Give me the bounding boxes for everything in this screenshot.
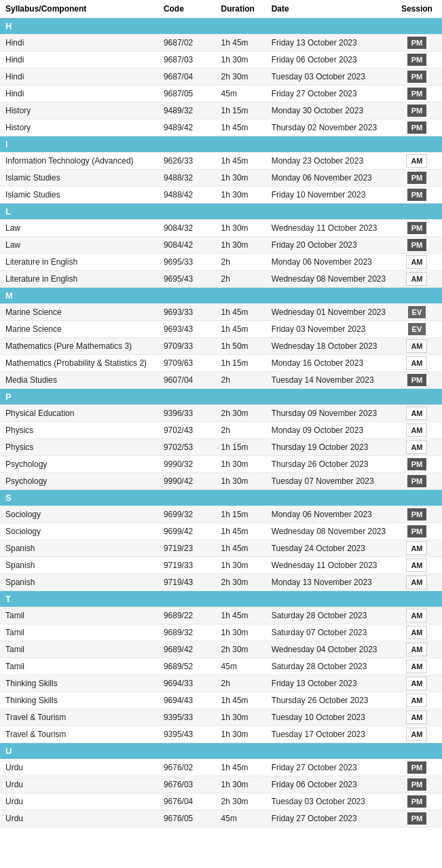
table-row: Urdu9676/031h 30mFriday 06 October 2023P…	[0, 776, 442, 793]
cell-session: AM	[392, 658, 442, 675]
cell-syllabus: Mathematics (Probability & Statistics 2)	[0, 355, 158, 372]
table-row: Literature in English9695/332hMonday 06 …	[0, 254, 442, 271]
cell-duration: 2h	[216, 372, 266, 389]
cell-session: AM	[392, 422, 442, 439]
cell-session: AM	[392, 540, 442, 557]
cell-date: Monday 13 November 2023	[266, 574, 392, 591]
cell-syllabus: Hindi	[0, 86, 158, 102]
session-badge: AM	[406, 272, 427, 286]
cell-code: 9395/43	[158, 726, 216, 743]
session-badge: AM	[406, 440, 427, 454]
cell-syllabus: Tamil	[0, 624, 158, 641]
cell-date: Friday 10 November 2023	[266, 187, 392, 204]
table-row: Hindi9687/0545mFriday 27 October 2023PM	[0, 86, 442, 102]
cell-duration: 1h 15m	[216, 439, 266, 456]
cell-code: 9488/42	[158, 187, 216, 204]
table-row: Hindi9687/042h 30mTuesday 03 October 202…	[0, 69, 442, 86]
table-row: Islamic Studies9488/321h 30mMonday 06 No…	[0, 170, 442, 187]
session-badge: AM	[406, 356, 427, 370]
table-row: Marine Science9693/431h 45mFriday 03 Nov…	[0, 321, 442, 338]
cell-code: 9689/52	[158, 658, 216, 675]
cell-duration: 1h 30m	[216, 237, 266, 254]
cell-date: Monday 09 October 2023	[266, 422, 392, 439]
cell-session: PM	[392, 523, 442, 540]
cell-syllabus: Thinking Skills	[0, 675, 158, 692]
table-row: History9489/421h 45mThursday 02 November…	[0, 119, 442, 136]
cell-duration: 1h 15m	[216, 102, 266, 119]
cell-session: AM	[392, 271, 442, 288]
session-badge: PM	[407, 812, 427, 825]
cell-code: 9626/33	[158, 153, 216, 170]
section-header-l: L	[0, 204, 442, 220]
cell-duration: 2h 30m	[216, 69, 266, 86]
table-row: Hindi9687/021h 45mFriday 13 October 2023…	[0, 35, 442, 52]
session-badge: AM	[406, 660, 427, 673]
cell-code: 9676/04	[158, 793, 216, 810]
cell-duration: 2h 30m	[216, 574, 266, 591]
cell-syllabus: Marine Science	[0, 321, 158, 338]
cell-code: 9689/22	[158, 607, 216, 624]
cell-duration: 2h 30m	[216, 793, 266, 810]
cell-code: 9687/05	[158, 86, 216, 102]
cell-code: 9693/33	[158, 304, 216, 321]
cell-duration: 2h	[216, 254, 266, 271]
session-badge: PM	[407, 239, 427, 251]
cell-date: Wednesday 18 October 2023	[266, 338, 392, 355]
table-row: Spanish9719/231h 45mTuesday 24 October 2…	[0, 540, 442, 557]
table-row: Mathematics (Probability & Statistics 2)…	[0, 355, 442, 372]
cell-duration: 45m	[216, 86, 266, 102]
cell-duration: 1h 30m	[216, 726, 266, 743]
cell-session: PM	[392, 456, 442, 473]
cell-syllabus: Urdu	[0, 759, 158, 776]
cell-date: Tuesday 17 October 2023	[266, 726, 392, 743]
cell-date: Tuesday 10 October 2023	[266, 709, 392, 726]
header-date: Date	[266, 0, 392, 18]
cell-syllabus: Physics	[0, 422, 158, 439]
cell-session: PM	[392, 506, 442, 523]
cell-session: PM	[392, 52, 442, 69]
cell-code: 9687/04	[158, 69, 216, 86]
cell-session: PM	[392, 187, 442, 204]
table-row: Spanish9719/331h 30mWednesday 11 October…	[0, 557, 442, 574]
section-letter: P	[0, 389, 442, 405]
cell-date: Thursday 19 October 2023	[266, 439, 392, 456]
cell-code: 9719/43	[158, 574, 216, 591]
cell-date: Tuesday 03 October 2023	[266, 793, 392, 810]
session-badge: AM	[406, 626, 427, 639]
section-header-s: S	[0, 490, 442, 506]
session-badge: PM	[407, 778, 427, 791]
section-header-h: H	[0, 18, 442, 35]
session-badge: AM	[406, 711, 427, 724]
cell-date: Friday 27 October 2023	[266, 86, 392, 102]
cell-date: Friday 03 November 2023	[266, 321, 392, 338]
cell-date: Wednesday 11 October 2023	[266, 557, 392, 574]
session-badge: AM	[406, 609, 427, 622]
cell-code: 9687/02	[158, 35, 216, 52]
cell-syllabus: Hindi	[0, 69, 158, 86]
table-row: Tamil9689/422h 30mWednesday 04 October 2…	[0, 641, 442, 658]
cell-code: 9489/42	[158, 119, 216, 136]
session-badge: AM	[406, 694, 427, 707]
cell-date: Wednesday 08 November 2023	[266, 271, 392, 288]
cell-syllabus: Travel & Tourism	[0, 726, 158, 743]
session-badge: AM	[406, 559, 427, 572]
table-row: Urdu9676/0545mFriday 27 October 2023PM	[0, 810, 442, 827]
cell-session: AM	[392, 254, 442, 271]
cell-duration: 1h 45m	[216, 692, 266, 709]
session-badge: PM	[407, 525, 427, 537]
session-badge: PM	[407, 54, 427, 66]
session-badge: AM	[406, 575, 427, 589]
table-row: Literature in English9695/432hWednesday …	[0, 271, 442, 288]
header-duration: Duration	[216, 0, 266, 18]
cell-duration: 1h 15m	[216, 506, 266, 523]
cell-code: 9676/05	[158, 810, 216, 827]
cell-code: 9489/32	[158, 102, 216, 119]
cell-syllabus: Sociology	[0, 506, 158, 523]
table-row: Sociology9699/421h 45mWednesday 08 Novem…	[0, 523, 442, 540]
cell-syllabus: Spanish	[0, 540, 158, 557]
session-badge: PM	[407, 105, 427, 117]
cell-date: Friday 20 October 2023	[266, 237, 392, 254]
cell-session: AM	[392, 726, 442, 743]
cell-code: 9396/33	[158, 405, 216, 422]
header-code: Code	[158, 0, 216, 18]
